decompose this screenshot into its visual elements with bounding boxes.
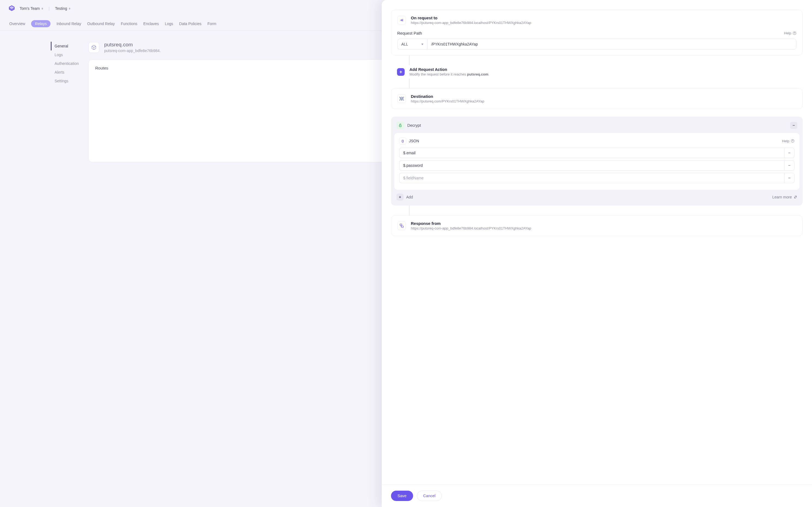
card-title: Destination [411, 94, 484, 99]
nav-tab-inbound-relay[interactable]: Inbound Relay [56, 21, 81, 26]
help-link[interactable]: Help [784, 31, 797, 35]
nav-tab-enclaves[interactable]: Enclaves [143, 21, 159, 26]
cube-icon [88, 42, 99, 53]
field-row [399, 148, 795, 158]
sidebar-item-alerts[interactable]: Alerts [51, 68, 78, 76]
arrow-in-icon [397, 16, 406, 24]
target-cube-icon [397, 94, 406, 103]
add-request-action[interactable]: Add Request Action Modify the request be… [391, 65, 803, 78]
flow-connector [409, 55, 410, 65]
nav-tab-relays[interactable]: Relays [31, 20, 50, 27]
card-title: On request to [411, 15, 531, 20]
project-selector[interactable]: Testing [55, 6, 70, 11]
destination-card: Destination https://putsreq.com/PYKrs01T… [391, 88, 803, 109]
sidebar-item-authentication[interactable]: Authentication [51, 59, 78, 68]
sidebar-item-general[interactable]: General [51, 42, 78, 50]
svg-rect-1 [399, 125, 401, 127]
card-sub: https://putsreq.com/PYKrs01THWXghka2AYap [411, 99, 484, 103]
field-row [399, 160, 795, 171]
unlock-icon [397, 122, 404, 129]
plus-icon [397, 68, 405, 76]
on-request-card: On request to https://putsreq-com-app_bd… [391, 10, 803, 55]
remove-field-button[interactable] [784, 173, 795, 173]
nav-tab-functions[interactable]: Functions [121, 21, 138, 26]
method-select[interactable]: ALL [397, 39, 427, 50]
remove-field-button[interactable] [784, 160, 795, 171]
relay-subtitle: putsreq-com-app_bdfe8e76b984. [104, 49, 161, 53]
json-label: JSON [409, 139, 419, 143]
field-input[interactable] [399, 148, 784, 158]
panel-body: On request to https://putsreq-com-app_bd… [382, 0, 812, 173]
request-path-label: Request Path [397, 31, 422, 36]
sidebar-item-logs[interactable]: Logs [51, 50, 78, 59]
nav-tab-outbound-relay[interactable]: Outbound Relay [87, 21, 115, 26]
logo [8, 5, 15, 12]
card-sub: https://putsreq-com-app_bdfe8e76b984.loc… [411, 21, 531, 25]
sort-icon [69, 8, 70, 9]
relay-title: putsreq.com [104, 42, 161, 48]
json-card: {} JSON Help [394, 133, 800, 173]
decrypt-title: Decrypt [407, 123, 421, 127]
path-input[interactable] [427, 39, 797, 50]
action-title: Add Request Action [410, 67, 490, 72]
team-name: Tom's Team [20, 6, 40, 11]
collapse-button[interactable] [790, 122, 797, 129]
nav-tab-overview[interactable]: Overview [9, 21, 25, 26]
flow-connector [409, 78, 410, 88]
help-link[interactable]: Help [782, 139, 795, 143]
json-icon: {} [399, 137, 406, 145]
remove-field-button[interactable] [784, 148, 795, 158]
field-input-new[interactable] [399, 173, 784, 173]
decrypt-header: Decrypt [394, 120, 800, 133]
nav-tab-data-policies[interactable]: Data Policies [179, 21, 202, 26]
sidebar-item-settings[interactable]: Settings [51, 76, 78, 85]
field-row-new [399, 173, 795, 173]
left-sidebar: GeneralLogsAuthenticationAlertsSettings [8, 42, 78, 162]
card-row: On request to https://putsreq-com-app_bd… [397, 15, 797, 25]
route-editor-panel: On request to https://putsreq-com-app_bd… [382, 0, 812, 173]
chevron-down-icon [421, 44, 423, 45]
divider: | [49, 6, 50, 11]
nav-tab-form[interactable]: Form [207, 21, 216, 26]
field-input[interactable] [399, 160, 784, 171]
path-inputs: ALL [397, 39, 797, 50]
decrypt-card: Decrypt {} JSON Help [391, 117, 803, 173]
team-selector[interactable]: Tom's Team [20, 6, 43, 11]
action-sub: Modify the request before it reaches put… [410, 72, 490, 76]
sort-icon [42, 8, 43, 9]
project-name: Testing [55, 6, 67, 11]
request-path-header: Request Path Help [397, 31, 797, 36]
nav-tab-logs[interactable]: Logs [165, 21, 173, 26]
